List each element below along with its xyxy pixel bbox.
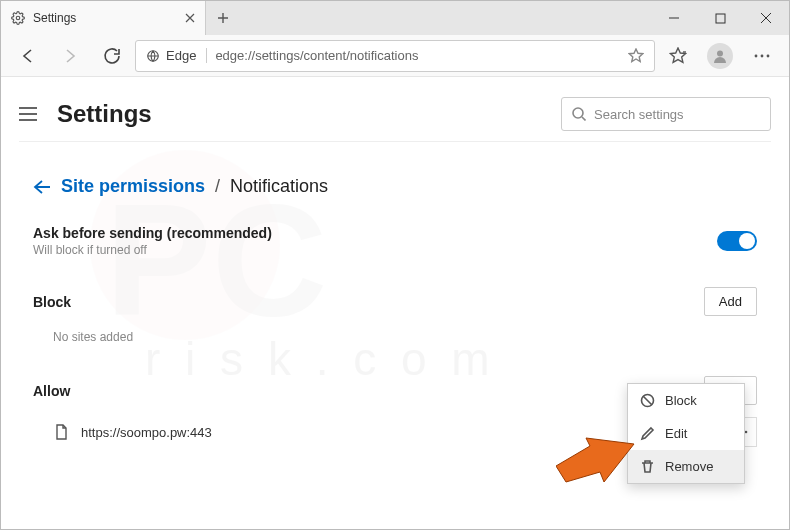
- block-empty-text: No sites added: [33, 322, 757, 352]
- breadcrumb-parent-link[interactable]: Site permissions: [61, 176, 205, 197]
- svg-point-6: [717, 50, 723, 56]
- close-window-button[interactable]: [743, 1, 789, 35]
- back-arrow-icon[interactable]: [33, 180, 51, 194]
- favorite-icon[interactable]: [628, 48, 644, 64]
- block-title: Block: [33, 294, 71, 310]
- allowed-site-row: https://soompo.pw:443: [33, 418, 212, 446]
- address-bar[interactable]: Edge edge://settings/content/notificatio…: [135, 40, 655, 72]
- tab-title: Settings: [33, 11, 76, 25]
- refresh-button[interactable]: [93, 37, 131, 75]
- svg-point-7: [755, 54, 758, 57]
- url-text: edge://settings/content/notifications: [215, 48, 418, 63]
- window-controls: [651, 1, 789, 35]
- browser-toolbar: Edge edge://settings/content/notificatio…: [1, 35, 789, 77]
- annotation-arrow: [556, 424, 636, 484]
- ask-before-sending-section: Ask before sending (recommended) Will bl…: [33, 219, 757, 263]
- more-menu-button[interactable]: [743, 37, 781, 75]
- svg-point-3: [16, 16, 20, 20]
- trash-icon: [640, 459, 655, 474]
- svg-point-9: [767, 54, 770, 57]
- search-placeholder: Search settings: [594, 107, 684, 122]
- favorites-button[interactable]: [659, 37, 697, 75]
- ask-title: Ask before sending (recommended): [33, 225, 272, 241]
- gear-icon: [11, 11, 25, 25]
- menu-item-block[interactable]: Block: [628, 384, 744, 417]
- ask-toggle[interactable]: [717, 231, 757, 251]
- breadcrumb: Site permissions / Notifications: [33, 176, 757, 197]
- search-settings-input[interactable]: Search settings: [561, 97, 771, 131]
- menu-item-remove[interactable]: Remove: [628, 450, 744, 483]
- divider: [19, 141, 771, 142]
- svg-point-13: [745, 431, 748, 434]
- page-title: Settings: [57, 100, 545, 128]
- allow-title: Allow: [33, 383, 70, 399]
- svg-rect-4: [716, 14, 725, 23]
- block-add-button[interactable]: Add: [704, 287, 757, 316]
- breadcrumb-current: Notifications: [230, 176, 328, 197]
- document-icon: [53, 424, 69, 440]
- block-section: Block Add No sites added: [33, 281, 757, 352]
- browser-tab-settings[interactable]: Settings: [1, 1, 206, 35]
- edit-icon: [640, 426, 655, 441]
- forward-button[interactable]: [51, 37, 89, 75]
- hamburger-menu-button[interactable]: [19, 107, 41, 121]
- site-context-menu: Block Edit Remove: [627, 383, 745, 484]
- minimize-button[interactable]: [651, 1, 697, 35]
- new-tab-button[interactable]: [206, 1, 240, 35]
- titlebar: Settings: [1, 1, 789, 35]
- svg-point-10: [573, 108, 583, 118]
- back-button[interactable]: [9, 37, 47, 75]
- svg-marker-15: [556, 438, 634, 482]
- block-icon: [640, 393, 655, 408]
- svg-point-8: [761, 54, 764, 57]
- menu-item-edit[interactable]: Edit: [628, 417, 744, 450]
- close-tab-icon[interactable]: [185, 13, 195, 23]
- allowed-site-url: https://soompo.pw:443: [81, 425, 212, 440]
- maximize-button[interactable]: [697, 1, 743, 35]
- site-identity: Edge: [146, 48, 207, 63]
- ask-subtitle: Will block if turned off: [33, 243, 272, 257]
- profile-button[interactable]: [701, 37, 739, 75]
- breadcrumb-sep: /: [215, 176, 220, 197]
